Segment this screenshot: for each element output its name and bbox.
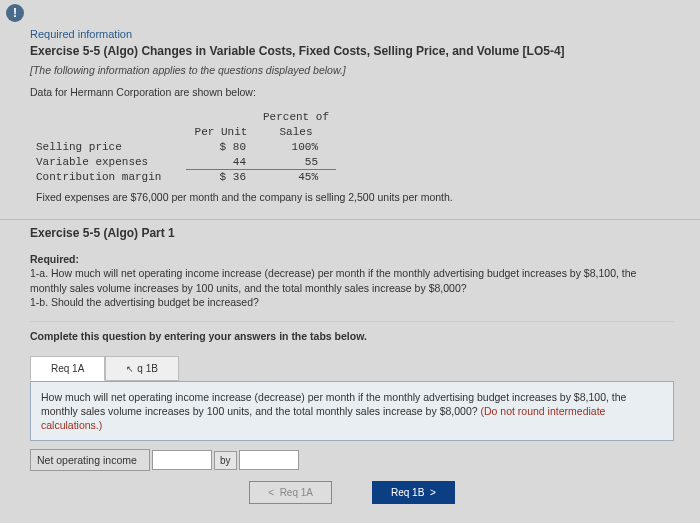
- chevron-right-icon: >: [430, 487, 436, 498]
- row-per-unit: 44: [186, 155, 256, 171]
- row-label: Variable expenses: [36, 155, 186, 171]
- row-label: Selling price: [36, 140, 186, 155]
- prev-button[interactable]: < Req 1A: [249, 481, 332, 504]
- fixed-expenses-line: Fixed expenses are $76,000 per month and…: [36, 191, 674, 203]
- instruction-text: Complete this question by entering your …: [30, 321, 674, 342]
- intro-line: Data for Hermann Corporation are shown b…: [30, 86, 674, 98]
- row-pct: 55: [256, 155, 336, 171]
- required-info-label: Required information: [30, 28, 674, 40]
- answer-row: Net operating income by: [30, 449, 674, 471]
- by-label: by: [214, 451, 237, 470]
- next-label: Req 1B: [391, 487, 424, 498]
- col-sales: Sales: [256, 125, 336, 140]
- data-table: Percent of Per UnitSales Selling price$ …: [36, 110, 674, 185]
- row-pct: 45%: [256, 170, 336, 185]
- tabs: Req 1A ↖q 1B: [30, 356, 674, 381]
- nav-row: < Req 1A Req 1B >: [30, 481, 674, 504]
- next-button[interactable]: Req 1B >: [372, 481, 455, 504]
- required-1b: 1-b. Should the advertising budget be in…: [30, 296, 259, 308]
- row-pct: 100%: [256, 140, 336, 155]
- chevron-left-icon: <: [268, 487, 274, 498]
- exercise-title: Exercise 5-5 (Algo) Changes in Variable …: [30, 44, 674, 58]
- question-box: How much will net operating income incre…: [30, 381, 674, 442]
- cursor-icon: ↖: [126, 364, 134, 374]
- required-label: Required:: [30, 253, 79, 265]
- row-per-unit: $ 36: [186, 170, 256, 185]
- required-block: Required: 1-a. How much will net operati…: [30, 252, 674, 309]
- tab-req-1b[interactable]: ↖q 1B: [105, 356, 179, 381]
- col-percent-of: Percent of: [256, 110, 336, 125]
- required-1a: 1-a. How much will net operating income …: [30, 267, 636, 293]
- prev-label: Req 1A: [280, 487, 313, 498]
- tab-1b-label: q 1B: [137, 363, 158, 374]
- info-note: [The following information applies to th…: [30, 64, 674, 76]
- answer-input-1[interactable]: [152, 450, 212, 470]
- part-title: Exercise 5-5 (Algo) Part 1: [0, 219, 700, 240]
- row-per-unit: $ 80: [186, 140, 256, 155]
- row-label: Contribution margin: [36, 170, 186, 185]
- answer-label: Net operating income: [30, 449, 150, 471]
- answer-input-2[interactable]: [239, 450, 299, 470]
- alert-icon: !: [6, 4, 24, 22]
- col-per-unit: Per Unit: [186, 125, 256, 140]
- tab-req-1a[interactable]: Req 1A: [30, 356, 105, 381]
